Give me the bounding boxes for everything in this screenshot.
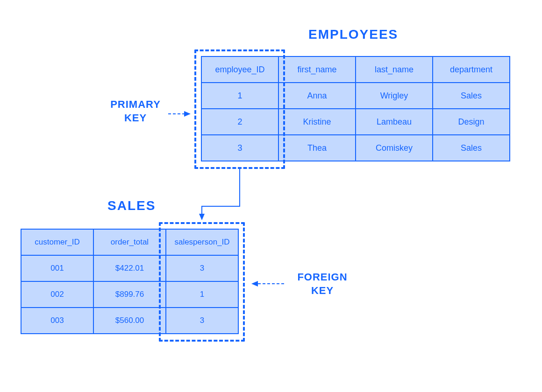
employees-cell: Sales xyxy=(433,83,510,109)
sales-cell: 001 xyxy=(21,255,93,281)
employees-header-1: first_name xyxy=(278,56,356,83)
sales-cell: 003 xyxy=(21,308,93,334)
sales-header-1: order_total xyxy=(93,229,166,255)
sales-title: SALES xyxy=(107,198,156,213)
foreign-key-highlight xyxy=(159,222,245,342)
employees-header-3: department xyxy=(433,56,510,83)
employees-cell: Kristine xyxy=(278,109,356,135)
employees-cell: Wrigley xyxy=(356,83,433,109)
employees-cell: Lambeau xyxy=(356,109,433,135)
employees-cell: Design xyxy=(433,109,510,135)
sales-cell: $422.01 xyxy=(93,255,166,281)
relationship-connector xyxy=(201,169,257,225)
employees-title: EMPLOYEES xyxy=(308,27,398,42)
foreign-key-arrow xyxy=(248,281,285,290)
primary-key-arrow xyxy=(168,111,196,120)
sales-header-0: customer_ID xyxy=(21,229,93,255)
foreign-key-label: FOREIGN KEY xyxy=(287,271,357,297)
sales-cell: $899.76 xyxy=(93,281,166,308)
sales-cell: $560.00 xyxy=(93,308,166,334)
primary-key-label: PRIMARY KEY xyxy=(103,98,168,125)
employees-cell: Thea xyxy=(278,135,356,161)
employees-cell: Comiskey xyxy=(356,135,433,161)
employees-cell: Anna xyxy=(278,83,356,109)
employees-header-2: last_name xyxy=(356,56,433,83)
primary-key-highlight xyxy=(194,49,285,169)
employees-cell: Sales xyxy=(433,135,510,161)
sales-cell: 002 xyxy=(21,281,93,308)
